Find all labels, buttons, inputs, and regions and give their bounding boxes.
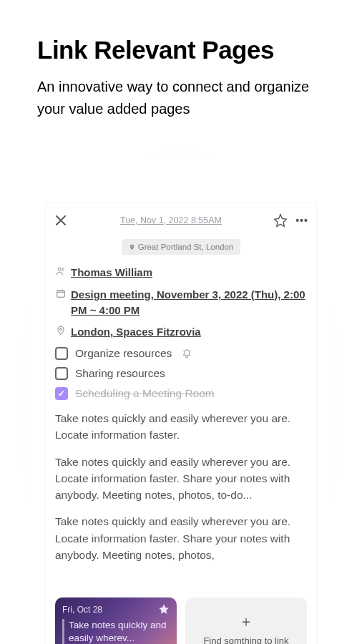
pin-icon xyxy=(129,243,135,251)
person-row[interactable]: Thomas William xyxy=(55,265,307,280)
note-timestamp[interactable]: Tue, Nov 1, 2022 8:55AM xyxy=(69,215,273,225)
paragraph: Take notes quickly and easily wherever y… xyxy=(55,410,307,444)
paragraph: Take notes quickly and easily wherever y… xyxy=(55,513,307,563)
task-label: Scheduling a Meeting Room xyxy=(75,387,215,400)
task-row-2[interactable]: Scheduling a Meeting Room xyxy=(55,387,307,400)
plus-icon: ＋ xyxy=(239,612,253,631)
place-pin-icon xyxy=(55,326,67,336)
page-subtitle: An innovative way to connect and organiz… xyxy=(37,76,335,120)
place-row[interactable]: London, Spaces Fitzrovia xyxy=(55,324,307,340)
task-row-0[interactable]: Organize resources xyxy=(55,347,307,360)
task-row-1[interactable]: Sharing resources xyxy=(55,367,307,380)
checkbox[interactable] xyxy=(55,367,68,380)
page-title: Link Relevant Pages xyxy=(37,36,335,64)
find-link-text: Find somthing to link xyxy=(203,635,288,644)
linked-card-text: Take notes quickly and easily wherev... xyxy=(62,619,170,644)
checkbox[interactable] xyxy=(55,347,68,360)
svg-point-1 xyxy=(58,268,61,270)
linked-card-date: Fri, Oct 28 xyxy=(62,605,170,615)
place-text: London, Spaces Fitzrovia xyxy=(71,324,201,340)
close-icon[interactable] xyxy=(52,212,69,229)
star-icon[interactable] xyxy=(273,213,288,228)
svg-point-4 xyxy=(60,328,62,331)
phone-mockup: Tue, Nov 1, 2022 8:55AM ••• Great Portla… xyxy=(31,156,331,644)
checkbox-checked[interactable] xyxy=(55,387,68,400)
calendar-icon xyxy=(55,288,67,298)
location-tag-text: Great Portland St, London xyxy=(138,243,234,251)
paragraph: Take notes quickly and easily wherever y… xyxy=(55,454,307,504)
star-icon xyxy=(158,603,170,615)
svg-point-0 xyxy=(131,245,132,247)
more-icon[interactable]: ••• xyxy=(294,213,310,228)
svg-point-2 xyxy=(62,268,64,270)
find-link-card[interactable]: ＋ Find somthing to link xyxy=(185,597,307,644)
note-card: Tue, Nov 1, 2022 8:55AM ••• Great Portla… xyxy=(44,203,318,644)
location-tag[interactable]: Great Portland St, London xyxy=(122,239,241,255)
event-row[interactable]: Design meeting, November 3, 2022 (Thu), … xyxy=(55,287,307,318)
task-label: Sharing resources xyxy=(75,367,165,380)
event-text: Design meeting, November 3, 2022 (Thu), … xyxy=(71,287,307,318)
svg-rect-3 xyxy=(57,291,65,297)
person-name: Thomas William xyxy=(71,265,152,280)
task-label: Organize resources xyxy=(75,347,172,360)
bell-icon xyxy=(182,348,192,358)
linked-page-card[interactable]: Fri, Oct 28 Take notes quickly and easil… xyxy=(55,597,177,644)
person-icon xyxy=(55,266,67,276)
